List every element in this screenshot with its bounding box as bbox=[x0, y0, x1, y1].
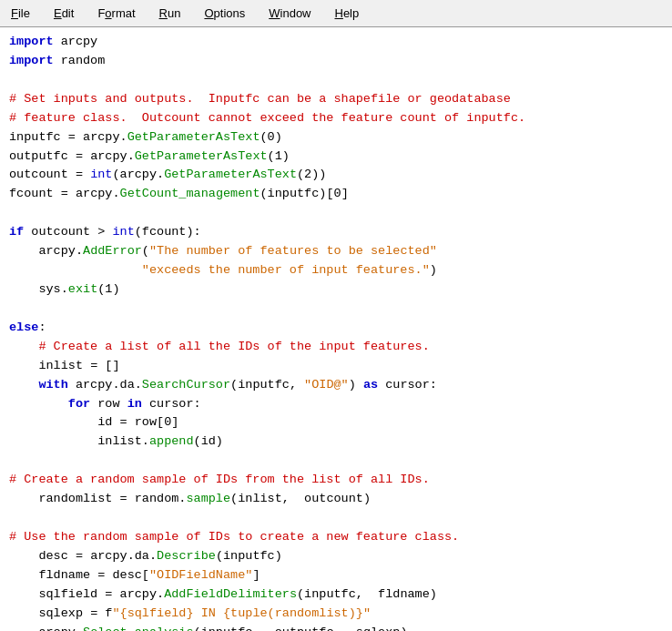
menu-window[interactable]: Window bbox=[265, 5, 314, 22]
menu-help[interactable]: Help bbox=[331, 5, 363, 22]
code-editor[interactable]: import arcpy import random # Set inputs … bbox=[0, 27, 672, 631]
menu-options[interactable]: Options bbox=[200, 5, 249, 22]
menu-bar: File Edit Format Run Options Window Help bbox=[0, 0, 672, 27]
menu-edit[interactable]: Edit bbox=[50, 5, 77, 22]
menu-file[interactable]: File bbox=[7, 5, 34, 22]
menu-format[interactable]: Format bbox=[94, 5, 138, 22]
menu-run[interactable]: Run bbox=[156, 5, 185, 22]
